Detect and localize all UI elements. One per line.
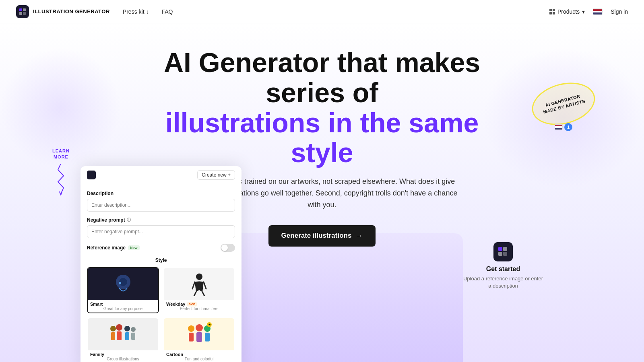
style-card-family[interactable]: Family Group illustrations (87, 317, 159, 362)
hero-title-accent: illustrations in the same style (165, 107, 479, 168)
style-card-weekday-name: Weekday SVG (166, 302, 232, 306)
style-card-weekday-info: Weekday SVG Perfect for characters (164, 300, 234, 313)
app-preview-logo-icon (87, 171, 96, 179)
get-started-description: Upload a reference image or enter a desc… (463, 275, 543, 290)
negative-prompt-input[interactable] (87, 225, 235, 238)
create-new-button[interactable]: Create new + (197, 170, 235, 180)
style-card-family-name: Family (90, 352, 156, 357)
svg-rect-3 (23, 12, 26, 15)
ai-generator-stamp: AI GENERATOR MADE BY ARTISTS 1 (531, 84, 596, 124)
svg-rect-27 (503, 252, 507, 256)
style-card-cartoon-name: Cartoon (166, 352, 232, 357)
stamp-counter: 1 (564, 123, 572, 131)
logo-area[interactable]: ILLUSTRATION GENERATOR (16, 5, 110, 18)
logo-icon (16, 5, 29, 18)
svg-point-14 (131, 327, 136, 332)
svg-rect-2 (19, 12, 22, 15)
hero-section: AI Generator that makes series of illust… (0, 23, 644, 362)
navbar-left: ILLUSTRATION GENERATOR Press kit ↓ FAQ (16, 5, 173, 18)
style-card-family-desc: Group illustrations (90, 357, 156, 361)
svg-point-12 (124, 326, 130, 331)
style-card-smart-desc: Great for any purpose (90, 306, 156, 311)
navbar-right: Products ▾ Sign in (549, 8, 628, 15)
svg-rect-25 (503, 247, 507, 251)
svg-point-7 (196, 274, 202, 280)
app-preview-header: Create new + (80, 166, 242, 184)
style-card-family-info: Family Group illustrations (88, 350, 158, 362)
svg-rect-1 (23, 8, 26, 11)
style-card-smart-name: Smart (90, 302, 156, 306)
svg-rect-19 (196, 332, 202, 342)
style-card-cartoon-info: Cartoon Fun and colorful (164, 350, 234, 362)
grid-icon (549, 9, 555, 14)
generate-button[interactable]: Generate illustrations → (268, 225, 376, 247)
svg-point-5 (119, 278, 127, 286)
stamp-us-flag-icon (555, 124, 563, 130)
style-card-cartoon[interactable]: ★ Cartoon Fun and colorful (163, 317, 235, 362)
svg-rect-15 (131, 333, 135, 340)
svg-badge: SVG (187, 302, 197, 306)
svg-rect-21 (205, 333, 210, 341)
hero-title: AI Generator that makes series of illust… (141, 47, 503, 168)
svg-rect-11 (117, 331, 122, 340)
svg-rect-0 (19, 8, 22, 11)
svg-rect-17 (189, 333, 194, 341)
svg-point-6 (119, 282, 121, 284)
svg-rect-13 (125, 332, 129, 340)
style-grid: Smart Great for any purpose (87, 267, 235, 362)
stamp-flags: 1 (555, 123, 572, 131)
navbar: ILLUSTRATION GENERATOR Press kit ↓ FAQ P… (0, 0, 644, 23)
press-kit-link[interactable]: Press kit ↓ (123, 8, 149, 15)
app-preview-body: Description Negative prompt ⓘ Reference … (80, 184, 242, 362)
svg-text:★: ★ (208, 323, 211, 327)
arrow-right-icon: → (355, 232, 363, 240)
style-label: Style (87, 257, 235, 263)
info-icon: ⓘ (127, 217, 131, 223)
svg-point-8 (110, 326, 116, 331)
products-button[interactable]: Products ▾ (549, 8, 585, 15)
get-started-icon (493, 242, 513, 261)
svg-point-10 (116, 324, 122, 331)
svg-rect-24 (498, 247, 502, 251)
us-flag-icon[interactable] (593, 8, 603, 15)
style-card-smart-image (88, 268, 158, 300)
style-card-family-image (88, 318, 158, 350)
negative-prompt-label: Negative prompt ⓘ (87, 217, 235, 223)
new-badge: New (128, 245, 140, 250)
svg-rect-26 (498, 252, 502, 256)
logo-text: ILLUSTRATION GENERATOR (33, 8, 110, 14)
style-card-weekday[interactable]: Weekday SVG Perfect for characters (163, 267, 235, 313)
description-label: Description (87, 191, 235, 196)
svg-point-18 (196, 324, 203, 331)
style-card-cartoon-desc: Fun and colorful (166, 357, 232, 361)
stamp-text: AI GENERATOR MADE BY ARTISTS (541, 92, 586, 115)
signin-button[interactable]: Sign in (611, 8, 628, 15)
get-started-panel: Get started Upload a reference image or … (463, 242, 543, 290)
app-preview: Create new + Description Negative prompt… (80, 166, 242, 362)
reference-image-toggle[interactable] (221, 244, 235, 252)
chevron-down-icon: ▾ (582, 8, 585, 15)
style-card-smart-info: Smart Great for any purpose (88, 300, 158, 313)
style-card-weekday-desc: Perfect for characters (166, 306, 232, 311)
faq-link[interactable]: FAQ (161, 8, 173, 15)
description-input[interactable] (87, 199, 235, 212)
svg-point-16 (188, 325, 194, 332)
reference-image-label: Reference image New (87, 245, 140, 251)
style-card-weekday-image (164, 268, 234, 300)
style-card-smart[interactable]: Smart Great for any purpose (87, 267, 159, 313)
style-card-cartoon-image: ★ (164, 318, 234, 350)
get-started-title: Get started (463, 265, 543, 273)
svg-rect-9 (111, 332, 115, 340)
reference-image-row: Reference image New (87, 244, 235, 252)
learn-more[interactable]: LEARN MORE (52, 148, 70, 197)
zigzag-arrow-icon (52, 164, 70, 197)
learn-more-text: LEARN MORE (52, 148, 70, 160)
